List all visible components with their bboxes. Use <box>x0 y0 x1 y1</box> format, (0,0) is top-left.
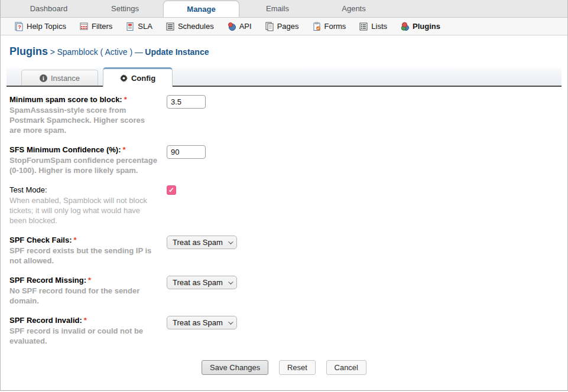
pages-icon <box>265 22 274 31</box>
field-label: SPF Record Missing: <box>9 276 86 285</box>
filters-icon <box>79 22 89 31</box>
svg-text:?: ? <box>18 24 21 30</box>
tab-agents[interactable]: Agents <box>316 1 392 17</box>
subnav-label: Plugins <box>413 22 440 31</box>
subnav-item-filters[interactable]: Filters <box>73 22 119 31</box>
required-marker: * <box>84 316 87 325</box>
required-marker: * <box>73 236 76 244</box>
field-help: SPF record exists but the sending IP is … <box>9 246 158 266</box>
subnav-item-sla[interactable]: SLA <box>119 22 159 31</box>
page-title[interactable]: Plugins <box>9 45 48 57</box>
tab-instance-label: Instance <box>51 74 80 83</box>
api-icon <box>227 22 236 31</box>
form-buttons: Save Changes Reset Cancel <box>9 355 559 375</box>
field-test-mode: Test Mode: When enabled, Spamblock will … <box>9 185 559 226</box>
tab-manage[interactable]: Manage <box>163 1 239 17</box>
subnav-label: Help Topics <box>27 22 66 31</box>
tab-instance[interactable]: i Instance <box>21 70 98 86</box>
field-help: SpamAssassin-style score from Postmark S… <box>9 105 158 135</box>
subnav-item-plugins[interactable]: Plugins <box>394 22 447 31</box>
chevron-down-icon <box>228 239 233 244</box>
help-topics-icon: ? <box>14 22 24 31</box>
subnav-label: API <box>239 22 252 31</box>
field-help: StopForumSpam confidence percentage (0-1… <box>9 155 158 175</box>
field-label: SPF Check Fails: <box>9 236 72 244</box>
info-icon: i <box>40 74 47 82</box>
subnav-item-help-topics[interactable]: ? Help Topics <box>8 22 73 31</box>
field-sfs-confidence: SFS Minimum Confidence (%):* StopForumSp… <box>9 145 559 175</box>
field-help: SPF record is invalid or could not be ev… <box>9 326 158 346</box>
required-marker: * <box>88 276 91 285</box>
subnav-label: Filters <box>92 22 112 31</box>
field-label: SPF Record Invalid: <box>9 316 82 325</box>
subnav-item-pages[interactable]: Pages <box>258 22 306 31</box>
reset-button[interactable]: Reset <box>279 360 316 375</box>
required-marker: * <box>123 145 126 154</box>
schedules-icon <box>165 22 175 31</box>
subnav-label: SLA <box>138 22 152 31</box>
field-spf-record-invalid: SPF Record Invalid:* SPF record is inval… <box>9 315 559 346</box>
select-value: Treat as Spam <box>173 238 223 247</box>
subnav-item-api[interactable]: API <box>220 22 258 31</box>
plugins-icon <box>400 22 410 31</box>
config-form: Minimum spam score to block:* SpamAssass… <box>1 87 567 375</box>
tab-config[interactable]: Config <box>103 67 173 87</box>
plugin-tabstrip: i Instance Config <box>7 68 561 87</box>
subnav-label: Pages <box>277 22 299 31</box>
subnav-label: Lists <box>371 22 387 31</box>
field-label: Test Mode: <box>9 185 47 194</box>
spf-record-invalid-select[interactable]: Treat as Spam <box>167 316 237 329</box>
subnav-label: Forms <box>324 22 346 31</box>
breadcrumb-dash: — <box>135 47 143 57</box>
field-min-spam-score: Minimum spam score to block:* SpamAssass… <box>9 94 559 135</box>
save-changes-button[interactable]: Save Changes <box>202 360 268 375</box>
breadcrumb: Plugins > Spamblock ( Active ) — Update … <box>1 35 567 58</box>
breadcrumb-separator: > <box>50 47 55 57</box>
subnav-label: Schedules <box>178 22 214 31</box>
spf-check-fails-select[interactable]: Treat as Spam <box>167 236 237 249</box>
cancel-button[interactable]: Cancel <box>326 360 366 375</box>
subnav-item-lists[interactable]: Lists <box>352 22 394 31</box>
tab-dashboard[interactable]: Dashboard <box>11 1 87 17</box>
tab-settings[interactable]: Settings <box>87 1 163 17</box>
chevron-down-icon <box>228 319 233 324</box>
manage-subnav: ? Help Topics Filters SLA Schedules API … <box>1 18 567 35</box>
subnav-item-schedules[interactable]: Schedules <box>159 22 220 31</box>
field-spf-record-missing: SPF Record Missing:* No SPF record found… <box>9 275 559 306</box>
min-spam-score-input[interactable] <box>167 95 206 109</box>
subnav-item-forms[interactable]: Forms <box>306 22 353 31</box>
field-label: Minimum spam score to block: <box>9 95 122 104</box>
tab-emails[interactable]: Emails <box>239 1 316 17</box>
field-label: SFS Minimum Confidence (%): <box>9 145 121 154</box>
field-spf-check-fails: SPF Check Fails:* SPF record exists but … <box>9 235 559 266</box>
tab-config-label: Config <box>131 74 155 83</box>
select-value: Treat as Spam <box>173 318 223 327</box>
admin-page: Dashboard Settings Manage Emails Agents … <box>0 0 568 391</box>
sfs-confidence-input[interactable] <box>167 145 206 159</box>
select-value: Treat as Spam <box>173 278 223 287</box>
field-help: When enabled, Spamblock will not block t… <box>9 195 158 226</box>
top-navigation: Dashboard Settings Manage Emails Agents <box>1 0 567 18</box>
forms-icon <box>312 22 322 31</box>
sla-icon <box>125 22 135 31</box>
required-marker: * <box>124 95 127 104</box>
lists-icon <box>359 22 368 31</box>
test-mode-checkbox[interactable]: ✓ <box>167 185 176 195</box>
breadcrumb-instance: Spamblock ( Active ) <box>57 47 132 57</box>
chevron-down-icon <box>228 279 233 284</box>
spf-record-missing-select[interactable]: Treat as Spam <box>167 276 237 289</box>
field-help: No SPF record found for the sender domai… <box>9 286 158 306</box>
breadcrumb-action: Update Instance <box>145 47 209 57</box>
gear-icon <box>120 74 128 82</box>
